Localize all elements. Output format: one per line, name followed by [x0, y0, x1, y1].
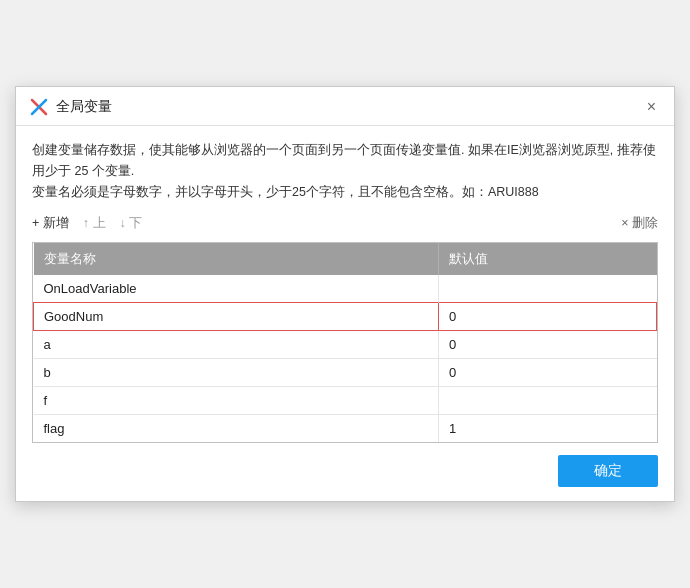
var-name-cell: b	[34, 359, 439, 387]
col-name-header: 变量名称	[34, 243, 439, 275]
description-line2: 变量名必须是字母数字，并以字母开头，少于25个字符，且不能包含空格。如：ARUI…	[32, 185, 539, 199]
title-left: 全局变量	[30, 98, 112, 116]
var-value-cell: 0	[438, 303, 656, 331]
close-button[interactable]: ×	[643, 97, 660, 117]
table-body: OnLoadVariableGoodNum0a0b0fflag1	[34, 275, 657, 442]
description-line1: 创建变量储存数据，使其能够从浏览器的一个页面到另一个页面传递变量值. 如果在IE…	[32, 143, 656, 178]
dialog-title: 全局变量	[56, 98, 112, 116]
var-value-cell: 0	[438, 359, 656, 387]
table-row[interactable]: flag1	[34, 415, 657, 443]
table-row[interactable]: OnLoadVariable	[34, 275, 657, 303]
variables-table-container: 变量名称 默认值 OnLoadVariableGoodNum0a0b0fflag…	[32, 242, 658, 443]
var-name-cell: OnLoadVariable	[34, 275, 439, 303]
up-button[interactable]: ↑ 上	[83, 213, 106, 234]
col-value-header: 默认值	[438, 243, 656, 275]
description-text: 创建变量储存数据，使其能够从浏览器的一个页面到另一个页面传递变量值. 如果在IE…	[32, 140, 658, 204]
header-row: 变量名称 默认值	[34, 243, 657, 275]
footer: 确定	[16, 443, 674, 501]
toolbar: + 新增 ↑ 上 ↓ 下 × 删除	[32, 213, 658, 234]
table-row[interactable]: GoodNum0	[34, 303, 657, 331]
confirm-button[interactable]: 确定	[558, 455, 658, 487]
var-name-cell: a	[34, 331, 439, 359]
table-row[interactable]: a0	[34, 331, 657, 359]
global-variables-dialog: 全局变量 × 创建变量储存数据，使其能够从浏览器的一个页面到另一个页面传递变量值…	[15, 86, 675, 503]
content-area: 创建变量储存数据，使其能够从浏览器的一个页面到另一个页面传递变量值. 如果在IE…	[16, 126, 674, 444]
down-button[interactable]: ↓ 下	[120, 213, 143, 234]
var-value-cell	[438, 275, 656, 303]
title-bar: 全局变量 ×	[16, 87, 674, 126]
delete-button[interactable]: × 删除	[621, 215, 658, 232]
var-name-cell: f	[34, 387, 439, 415]
app-logo-icon	[30, 98, 48, 116]
var-value-cell: 0	[438, 331, 656, 359]
table-row[interactable]: b0	[34, 359, 657, 387]
var-value-cell: 1	[438, 415, 656, 443]
table-row[interactable]: f	[34, 387, 657, 415]
variables-table: 变量名称 默认值 OnLoadVariableGoodNum0a0b0fflag…	[33, 243, 657, 442]
var-name-cell: GoodNum	[34, 303, 439, 331]
table-header: 变量名称 默认值	[34, 243, 657, 275]
var-value-cell	[438, 387, 656, 415]
var-name-cell: flag	[34, 415, 439, 443]
add-button[interactable]: + 新增	[32, 213, 69, 234]
